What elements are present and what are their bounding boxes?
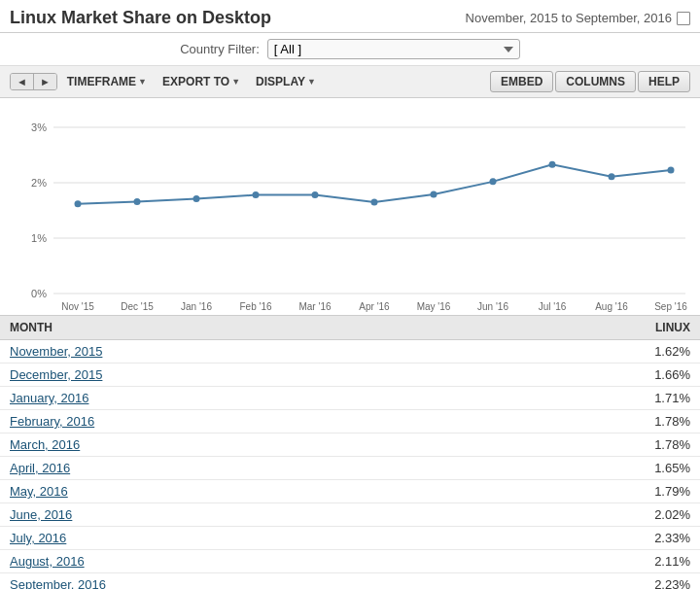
svg-text:Jul '16: Jul '16 [539,301,567,312]
nav-prev-button[interactable]: ◄ [11,74,34,89]
country-filter-bar: Country Filter: [ All ] United States Un… [0,33,700,66]
month-cell: July, 2016 [0,527,473,550]
month-link[interactable]: May, 2016 [10,484,68,499]
data-point-2[interactable] [193,195,200,202]
nav-next-button[interactable]: ► [34,74,56,89]
linux-value-cell: 2.33% [473,527,700,550]
country-filter-label: Country Filter: [180,42,260,56]
month-cell: March, 2016 [0,433,473,457]
toolbar-left: ◄ ► TIMEFRAME ▼ EXPORT TO ▼ DISPLAY ▼ [10,73,322,90]
col-month-header: MONTH [0,316,473,340]
month-cell: November, 2015 [0,340,473,364]
toolbar-nav: ◄ ► [10,73,57,90]
data-point-4[interactable] [312,191,319,198]
embed-button[interactable]: EMBED [490,71,553,92]
toolbar: ◄ ► TIMEFRAME ▼ EXPORT TO ▼ DISPLAY ▼ EM… [0,66,700,98]
linux-value-cell: 1.62% [473,340,700,364]
svg-text:Feb '16: Feb '16 [239,301,271,312]
month-cell: February, 2016 [0,410,473,433]
table-row: May, 20161.79% [0,480,700,503]
data-point-0[interactable] [75,200,82,207]
data-table: MONTH LINUX November, 20151.62%December,… [0,316,700,589]
data-point-10[interactable] [668,166,675,173]
chart-line [78,164,671,203]
table-row: March, 20161.78% [0,433,700,457]
linux-value-cell: 1.71% [473,387,700,410]
page-header: Linux Market Share on Desktop November, … [0,0,700,33]
month-cell: September, 2016 [0,573,473,590]
month-link[interactable]: February, 2016 [10,414,94,429]
month-link[interactable]: November, 2015 [10,344,102,359]
data-point-1[interactable] [134,198,141,205]
month-link[interactable]: December, 2015 [10,367,102,382]
month-link[interactable]: July, 2016 [10,531,66,545]
linux-value-cell: 1.78% [473,433,700,457]
export-arrow-icon: ▼ [231,77,240,87]
table-row: February, 20161.78% [0,410,700,433]
table-row: April, 20161.65% [0,457,700,480]
linux-value-cell: 1.78% [473,410,700,433]
table-row: January, 20161.71% [0,387,700,410]
data-point-8[interactable] [549,161,556,168]
data-point-6[interactable] [431,191,438,197]
svg-text:Dec '15: Dec '15 [121,301,154,312]
display-menu[interactable]: DISPLAY ▼ [250,73,322,90]
svg-text:1%: 1% [31,232,47,244]
display-arrow-icon: ▼ [307,77,316,87]
linux-value-cell: 1.79% [473,480,700,503]
table-row: September, 20162.23% [0,573,700,590]
svg-text:May '16: May '16 [417,301,451,312]
linux-value-cell: 2.23% [473,573,700,590]
svg-text:Apr '16: Apr '16 [359,301,390,312]
table-row: December, 20151.66% [0,364,700,387]
date-range: November, 2015 to September, 2016 [466,11,690,25]
month-cell: January, 2016 [0,387,473,410]
month-cell: June, 2016 [0,503,473,527]
toolbar-right: EMBED COLUMNS HELP [490,71,690,92]
table-header-row: MONTH LINUX [0,316,700,340]
svg-text:Jun '16: Jun '16 [477,301,508,312]
table-row: August, 20162.11% [0,550,700,573]
help-button[interactable]: HELP [638,71,690,92]
line-chart: 3% 2% 1% 0% Nov '15 Dec '15 Jan '16 [10,108,690,312]
data-point-3[interactable] [253,191,260,198]
timeframe-menu[interactable]: TIMEFRAME ▼ [61,73,153,90]
data-point-5[interactable] [371,198,378,205]
timeframe-arrow-icon: ▼ [138,77,147,87]
linux-value-cell: 1.66% [473,364,700,387]
svg-text:0%: 0% [31,288,47,299]
col-linux-header: LINUX [473,316,700,340]
month-link[interactable]: March, 2016 [10,437,80,452]
linux-value-cell: 1.65% [473,457,700,480]
country-filter-select[interactable]: [ All ] United States United Kingdom Can… [267,39,520,59]
table-row: June, 20162.02% [0,503,700,527]
svg-text:Aug '16: Aug '16 [595,301,628,312]
month-link[interactable]: August, 2016 [10,554,85,569]
month-link[interactable]: June, 2016 [10,507,72,522]
columns-button[interactable]: COLUMNS [555,71,636,92]
chart-container: 3% 2% 1% 0% Nov '15 Dec '15 Jan '16 [0,98,700,316]
svg-text:Jan '16: Jan '16 [181,301,212,312]
table-row: November, 20151.62% [0,340,700,364]
month-link[interactable]: September, 2016 [10,577,106,589]
svg-text:Nov '15: Nov '15 [61,301,94,312]
month-cell: May, 2016 [0,480,473,503]
svg-text:Mar '16: Mar '16 [298,301,331,312]
svg-text:2%: 2% [31,177,47,189]
month-cell: August, 2016 [0,550,473,573]
month-link[interactable]: January, 2016 [10,391,88,405]
data-point-9[interactable] [609,173,615,180]
export-menu[interactable]: EXPORT TO ▼ [157,73,246,90]
page-title: Linux Market Share on Desktop [10,8,271,28]
calendar-icon[interactable] [677,12,690,25]
svg-text:3%: 3% [31,121,47,133]
month-link[interactable]: April, 2016 [10,461,70,475]
linux-value-cell: 2.02% [473,503,700,527]
svg-text:Sep '16: Sep '16 [654,301,687,312]
month-cell: December, 2015 [0,364,473,387]
month-cell: April, 2016 [0,457,473,480]
table-row: July, 20162.33% [0,527,700,550]
linux-value-cell: 2.11% [473,550,700,573]
data-point-7[interactable] [490,178,497,185]
